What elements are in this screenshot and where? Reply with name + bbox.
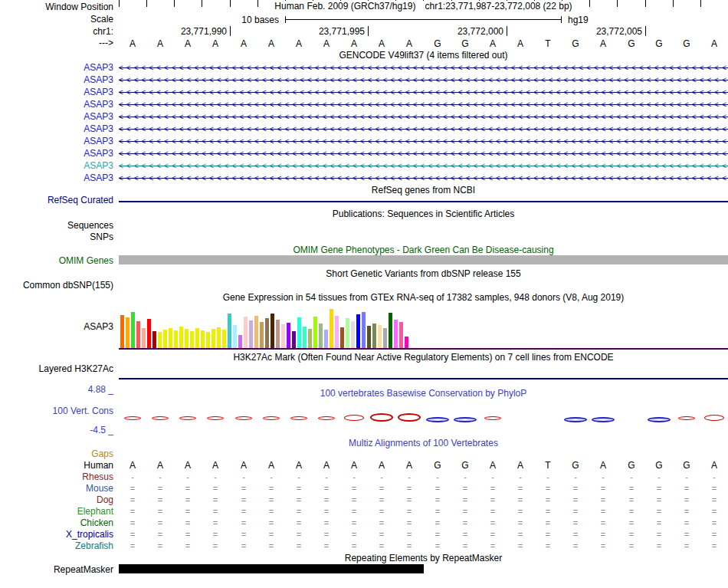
gtex-tissue-bar[interactable]: [244, 317, 248, 349]
gtex-tissue-bar[interactable]: [265, 318, 269, 349]
gtex-gene-label[interactable]: ASAP3: [0, 322, 113, 332]
phylop-mark[interactable]: [344, 415, 364, 421]
gencode-transcript-row[interactable]: ASAP3<<<<<<<<<<<<<<<<<<<<<<<<<<<<<<<<<<<…: [0, 160, 728, 172]
dbsnp-track-label[interactable]: Common dbSNP(155): [0, 281, 113, 291]
transcript-arrow-line[interactable]: <<<<<<<<<<<<<<<<<<<<<<<<<<<<<<<<<<<<<<<<…: [119, 99, 728, 111]
phylop-mark[interactable]: [179, 416, 196, 420]
multiz-alignment-row[interactable]: ======================: [119, 494, 728, 506]
transcript-arrow-line[interactable]: <<<<<<<<<<<<<<<<<<<<<<<<<<<<<<<<<<<<<<<<…: [119, 123, 728, 136]
sequences-track-label[interactable]: Sequences: [0, 221, 113, 231]
gtex-tissue-bar[interactable]: [405, 337, 408, 349]
gtex-tissue-bar[interactable]: [319, 324, 323, 349]
gtex-tissue-bar[interactable]: [174, 330, 178, 349]
gtex-tissue-bar[interactable]: [367, 326, 371, 349]
gtex-tissue-bar[interactable]: [287, 323, 290, 349]
gtex-tissue-bar[interactable]: [254, 316, 258, 349]
gtex-tissue-bar[interactable]: [276, 320, 280, 349]
gtex-tissue-bar[interactable]: [313, 317, 317, 349]
repeatmasker-track-label[interactable]: RepeatMasker: [0, 565, 113, 575]
gtex-tissue-bar[interactable]: [303, 327, 307, 349]
gtex-tissue-bar[interactable]: [346, 318, 349, 349]
gtex-tissue-bar[interactable]: [163, 330, 167, 349]
omim-genes-label[interactable]: OMIM Genes: [0, 256, 113, 266]
gencode-transcript-label[interactable]: ASAP3: [0, 149, 113, 159]
multiz-species-label[interactable]: Zebrafish: [0, 541, 113, 551]
gtex-tissue-bar[interactable]: [324, 330, 328, 349]
transcript-arrow-line[interactable]: <<<<<<<<<<<<<<<<<<<<<<<<<<<<<<<<<<<<<<<<…: [119, 74, 728, 87]
transcript-arrow-line[interactable]: <<<<<<<<<<<<<<<<<<<<<<<<<<<<<<<<<<<<<<<<…: [119, 160, 728, 172]
gencode-transcript-row[interactable]: ASAP3<<<<<<<<<<<<<<<<<<<<<<<<<<<<<<<<<<<…: [0, 148, 728, 160]
gtex-tissue-bar[interactable]: [297, 317, 301, 349]
gtex-tissue-bar[interactable]: [147, 319, 151, 349]
gtex-tissue-bar[interactable]: [308, 329, 312, 349]
refseq-curated-label[interactable]: RefSeq Curated: [0, 195, 113, 205]
transcript-arrow-line[interactable]: <<<<<<<<<<<<<<<<<<<<<<<<<<<<<<<<<<<<<<<<…: [119, 136, 728, 148]
gencode-transcript-label[interactable]: ASAP3: [0, 161, 113, 171]
gtex-tissue-bar[interactable]: [281, 324, 285, 349]
gtex-tissue-bar[interactable]: [238, 335, 242, 349]
gencode-transcript-row[interactable]: ASAP3<<<<<<<<<<<<<<<<<<<<<<<<<<<<<<<<<<<…: [0, 136, 728, 148]
gtex-tissue-bar[interactable]: [120, 315, 124, 349]
phylop-mark[interactable]: [648, 417, 671, 422]
multiz-alignment-row[interactable]: ======================: [119, 506, 728, 517]
gtex-tissue-bar[interactable]: [142, 328, 146, 349]
phylop-mark[interactable]: [564, 417, 587, 422]
transcript-arrow-line[interactable]: <<<<<<<<<<<<<<<<<<<<<<<<<<<<<<<<<<<<<<<<…: [119, 148, 728, 160]
gtex-tissue-bar[interactable]: [217, 327, 221, 349]
multiz-alignment-row[interactable]: ----------------------: [119, 471, 728, 483]
phylop-mark[interactable]: [426, 417, 449, 422]
gtex-tissue-bar[interactable]: [378, 325, 382, 349]
gtex-tissue-bar[interactable]: [190, 331, 194, 349]
phylop-mark[interactable]: [124, 416, 141, 420]
phylop-mark[interactable]: [398, 413, 421, 422]
gtex-tissue-bar[interactable]: [362, 312, 366, 349]
gencode-transcript-row[interactable]: ASAP3<<<<<<<<<<<<<<<<<<<<<<<<<<<<<<<<<<<…: [0, 74, 728, 87]
transcript-arrow-line[interactable]: <<<<<<<<<<<<<<<<<<<<<<<<<<<<<<<<<<<<<<<<…: [119, 111, 728, 123]
gtex-tissue-bar[interactable]: [158, 332, 162, 349]
gtex-tissue-bar[interactable]: [330, 309, 333, 349]
multiz-alignment-row[interactable]: AAAAAAAAAAAGGAATGAGGGA: [119, 460, 728, 471]
phylop-mark[interactable]: [152, 416, 169, 420]
gtex-tissue-bar[interactable]: [394, 320, 398, 349]
transcript-arrow-line[interactable]: <<<<<<<<<<<<<<<<<<<<<<<<<<<<<<<<<<<<<<<<…: [119, 172, 728, 185]
gencode-transcript-row[interactable]: ASAP3<<<<<<<<<<<<<<<<<<<<<<<<<<<<<<<<<<<…: [0, 87, 728, 99]
phylop-mark[interactable]: [207, 416, 224, 420]
multiz-species-row[interactable]: HumanAAAAAAAAAAAGGAATGAGGGA: [0, 460, 728, 471]
gtex-tissue-bar[interactable]: [383, 328, 387, 349]
gencode-transcript-label[interactable]: ASAP3: [0, 173, 113, 183]
gencode-transcript-row[interactable]: ASAP3<<<<<<<<<<<<<<<<<<<<<<<<<<<<<<<<<<<…: [0, 172, 728, 185]
multiz-species-label[interactable]: Dog: [0, 495, 113, 505]
gencode-transcript-label[interactable]: ASAP3: [0, 136, 113, 146]
gencode-transcript-label[interactable]: ASAP3: [0, 87, 113, 97]
phylop-mark[interactable]: [454, 417, 477, 422]
multiz-species-row[interactable]: Elephant======================: [0, 506, 728, 517]
phylop-mark[interactable]: [704, 415, 724, 421]
multiz-species-label[interactable]: Chicken: [0, 518, 113, 528]
gtex-tissue-bar[interactable]: [195, 328, 199, 349]
phylop-mark[interactable]: [318, 416, 335, 420]
multiz-species-label[interactable]: X_tropicalis: [0, 530, 113, 540]
multiz-species-label[interactable]: Rhesus: [0, 472, 113, 482]
phylop-mark[interactable]: [235, 416, 252, 420]
multiz-species-row[interactable]: Rhesus----------------------: [0, 471, 728, 483]
gtex-tissue-bar[interactable]: [399, 322, 403, 349]
repeatmasker-bar[interactable]: [119, 564, 424, 573]
gencode-transcript-label[interactable]: ASAP3: [0, 100, 113, 110]
phylop-mark[interactable]: [484, 416, 501, 420]
multiz-gaps-label[interactable]: Gaps: [0, 449, 113, 459]
phylop-mark[interactable]: [290, 416, 307, 420]
gtex-tissue-bar[interactable]: [260, 322, 264, 349]
multiz-alignment-row[interactable]: ======================: [119, 483, 728, 494]
snps-track-label[interactable]: SNPs: [0, 232, 113, 242]
h3k27ac-track-label[interactable]: Layered H3K27Ac: [0, 364, 113, 374]
gtex-tissue-bar[interactable]: [222, 330, 226, 349]
gtex-tissue-bar[interactable]: [389, 313, 392, 349]
transcript-arrow-line[interactable]: <<<<<<<<<<<<<<<<<<<<<<<<<<<<<<<<<<<<<<<<…: [119, 62, 728, 74]
multiz-alignment-row[interactable]: ======================: [119, 529, 728, 540]
multiz-species-row[interactable]: Dog======================: [0, 494, 728, 506]
phylop-mark[interactable]: [263, 416, 280, 420]
gencode-transcript-row[interactable]: ASAP3<<<<<<<<<<<<<<<<<<<<<<<<<<<<<<<<<<<…: [0, 62, 728, 74]
gtex-tissue-bar[interactable]: [292, 331, 296, 349]
gtex-tissue-bar[interactable]: [351, 321, 355, 349]
multiz-species-row[interactable]: Zebrafish======================: [0, 540, 728, 552]
